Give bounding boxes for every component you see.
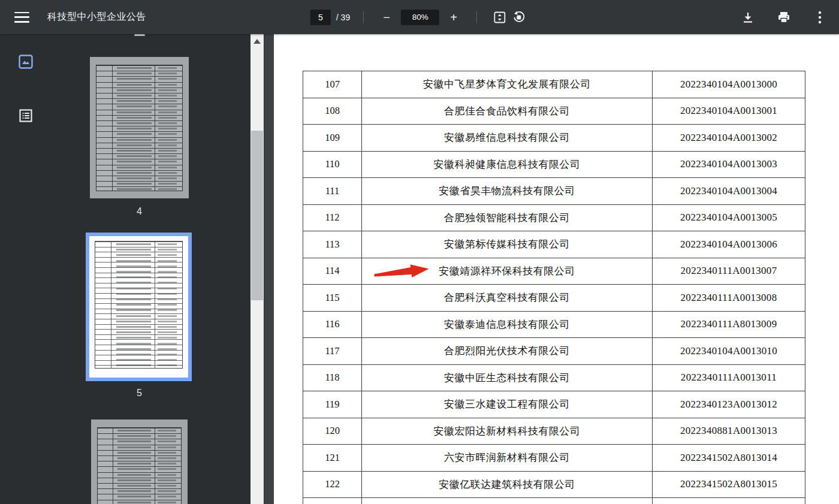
rotate-counterclockwise-icon [512,10,526,25]
page-count-label: / 39 [336,13,350,22]
company-table-body: 107安徽中飞星梦体育文化发展有限公司2022340104A0013000108… [303,71,805,504]
table-row: 108合肥佳合食品饮料有限公司2022340104A0013001 [303,98,805,125]
row-number-cell: 109 [303,125,362,152]
fit-to-page-icon [493,11,506,24]
row-number-cell: 113 [303,231,362,258]
thumbnail-page-4-label: 4 [90,206,189,217]
thumbnail-table-preview [95,241,183,369]
table-row: 107安徽中飞星梦体育文化发展有限公司2022340104A0013000 [303,71,805,98]
registration-code-cell: 2022340104A0013002 [653,125,805,152]
thumbnail-page-5-label: 5 [90,388,189,399]
table-row: 117合肥烈阳光伏技术有限公司2022340104A0013010 [303,338,805,365]
company-name-cell: 安徽三水建设工程有限公司 [362,391,653,418]
thumbnail-page-6[interactable] [91,420,188,504]
table-row: 122安徽亿联达建筑科技有限公司2022341502A8013015 [303,471,805,498]
empty-cell [303,498,362,504]
table-row-partial [303,498,805,504]
table-row: 111安徽省昊丰物流科技有限公司2022340104A0013004 [303,178,805,205]
row-number-cell: 107 [303,71,362,98]
registration-code-cell: 2022340104A0013006 [653,231,805,258]
zoom-level-display[interactable]: 80% [401,10,439,25]
registration-code-cell: 2022340111A0013008 [653,285,805,312]
row-number-cell: 122 [303,471,362,498]
row-number-cell: 114 [303,258,362,285]
download-icon [741,11,755,24]
zoom-out-button[interactable]: − [377,8,396,27]
company-name-cell: 安徽易维信息科技有限公司 [362,125,653,152]
row-number-cell: 112 [303,204,362,231]
print-button[interactable] [774,8,793,27]
company-name-cell: 安徽宏阳达新材料科技有限公司 [362,418,653,445]
company-name-cell: 安徽科昶健康信息科技有限公司 [362,151,653,178]
document-outline-icon [19,114,33,125]
row-number-cell: 120 [303,418,362,445]
empty-cell [653,498,805,504]
empty-cell [362,498,653,504]
zoom-in-button[interactable]: + [444,8,463,27]
row-number-cell: 119 [303,391,362,418]
company-table: 107安徽中飞星梦体育文化发展有限公司2022340104A0013000108… [303,71,805,504]
row-number-cell: 121 [303,445,362,472]
company-name-cell: 合肥科沃真空科技有限公司 [362,285,653,312]
thumbnails-view-button[interactable] [18,54,34,72]
thumbnail-sidebar: 4 5 [0,34,264,504]
previous-thumbnail-fragment [134,34,145,36]
thumbnail-table-preview [97,427,182,504]
company-name-cell: 安徽中飞星梦体育文化发展有限公司 [362,71,653,98]
registration-code-cell: 2022340104A0013010 [653,338,805,365]
registration-code-cell: 2022340111A8013009 [653,311,805,338]
fit-to-page-button[interactable] [490,8,509,27]
rotate-button[interactable] [509,8,529,27]
sidebar-scrollbar-thumb[interactable] [251,131,263,300]
scrollbar-up-arrow-icon[interactable] [253,39,261,44]
thumbnail-page-5[interactable] [86,233,192,381]
more-vertical-icon [818,11,822,24]
row-number-cell: 111 [303,178,362,205]
row-number-cell: 117 [303,338,362,365]
company-name-cell: 安徽亿联达建筑科技有限公司 [362,471,653,498]
registration-code-cell: 2022340123A0013012 [653,391,805,418]
table-row: 114安徽靖源祥环保科技有限公司2022340111A0013007 [303,258,805,285]
registration-code-cell: 2022340104A0013001 [653,98,805,125]
row-number-cell: 116 [303,311,362,338]
company-name-cell: 六安市晖润新材料有限公司 [362,445,653,472]
registration-code-cell: 2022340881A0013013 [653,418,805,445]
registration-code-cell: 2022341502A8013014 [653,445,805,472]
thumbnail-table-preview [96,65,183,191]
thumbnails-view-icon [18,61,34,71]
registration-code-cell: 2022340104A0013003 [653,151,805,178]
company-name-cell: 安徽中匠生态科技有限公司 [362,364,653,391]
download-button[interactable] [738,8,757,27]
sidebar-divider [264,34,274,504]
row-number-cell: 110 [303,151,362,178]
toolbar-divider [363,11,364,23]
table-row: 113安徽第标传媒科技有限公司2022340104A0013006 [303,231,805,258]
registration-code-cell: 2022340104A0013000 [653,71,805,98]
table-row: 119安徽三水建设工程有限公司2022340123A0013012 [303,391,805,418]
company-name-cell: 安徽第标传媒科技有限公司 [362,231,653,258]
red-arrow-annotation-icon [373,261,430,283]
print-icon [777,10,791,25]
row-number-cell: 115 [303,285,362,312]
thumbnail-page-4[interactable] [90,57,189,198]
table-row: 110安徽科昶健康信息科技有限公司2022340104A0013003 [303,151,805,178]
document-title: 科技型中小型企业公告 [47,11,146,23]
table-row: 120安徽宏阳达新材料科技有限公司2022340881A0013013 [303,418,805,445]
registration-code-cell: 2022340104A0013005 [653,204,805,231]
sidebar-scrollbar[interactable] [251,34,264,504]
registration-code-cell: 2022340104A0013004 [653,178,805,205]
menu-icon[interactable] [14,12,29,23]
document-outline-button[interactable] [19,108,33,125]
registration-code-cell: 2022341502A8013015 [653,471,805,498]
table-row: 121六安市晖润新材料有限公司2022341502A8013014 [303,445,805,472]
page-number-input[interactable]: 5 [310,10,331,25]
table-row: 116安徽泰迪信息科技有限公司2022340111A8013009 [303,311,805,338]
pdf-page-view: 107安徽中飞星梦体育文化发展有限公司2022340104A0013000108… [274,34,839,504]
more-options-button[interactable] [810,8,829,27]
company-name-cell: 合肥烈阳光伏技术有限公司 [362,338,653,365]
registration-code-cell: 2022340111A0013007 [653,258,805,285]
table-row: 115合肥科沃真空科技有限公司2022340111A0013008 [303,285,805,312]
company-name-cell: 合肥独领智能科技有限公司 [362,204,653,231]
company-name-cell: 合肥佳合食品饮料有限公司 [362,98,653,125]
table-row: 109安徽易维信息科技有限公司2022340104A0013002 [303,125,805,152]
